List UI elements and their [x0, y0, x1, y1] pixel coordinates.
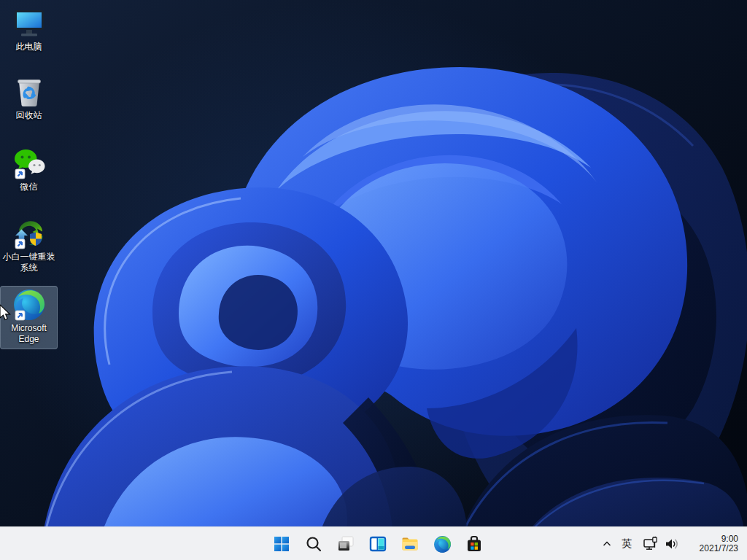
- this-pc-icon: [12, 7, 46, 40]
- wallpaper-windows11-bloom: [0, 0, 747, 560]
- edge-button[interactable]: [427, 529, 457, 559]
- shortcut-arrow-badge: [15, 169, 25, 179]
- xiaobai-reinstall-icon: [12, 217, 46, 250]
- desktop-icon-label: 小白一键重装系统: [2, 252, 56, 273]
- taskbar: 英: [0, 526, 747, 560]
- widgets-button[interactable]: [363, 529, 392, 559]
- start-button[interactable]: [267, 529, 296, 559]
- windows-desktop[interactable]: 此电脑: [0, 0, 747, 560]
- clock-time: 9:00: [721, 534, 738, 545]
- ethernet-network-icon: [643, 536, 659, 552]
- system-tray: 英: [597, 527, 747, 560]
- tray-ime-indicator[interactable]: 英: [616, 529, 637, 559]
- task-view-icon: [336, 534, 355, 553]
- desktop-icon-label: 回收站: [16, 110, 42, 121]
- desktop-icon-label: 此电脑: [16, 42, 42, 52]
- windows-start-icon: [273, 535, 290, 553]
- file-explorer-button[interactable]: [395, 529, 425, 559]
- microsoft-store-icon: [465, 534, 484, 553]
- mouse-cursor: [0, 304, 12, 322]
- taskbar-center-group: [267, 527, 489, 560]
- tray-volume-button[interactable]: [661, 529, 683, 559]
- wechat-icon: [12, 147, 46, 180]
- recycle-bin-icon: [12, 75, 46, 109]
- desktop-icon-label: 微信: [20, 182, 38, 192]
- edge-icon: [12, 288, 46, 322]
- desktop-icon-recycle-bin[interactable]: 回收站: [0, 73, 58, 121]
- tray-clock[interactable]: 9:00 2021/7/23: [683, 529, 740, 559]
- chevron-up-icon: [601, 538, 613, 550]
- desktop-icon-wechat[interactable]: 微信: [0, 144, 58, 192]
- tray-network-button[interactable]: [640, 529, 661, 559]
- shortcut-arrow-badge: [15, 239, 25, 249]
- tray-show-hidden-icons-button[interactable]: [597, 529, 616, 559]
- desktop-icon-label: Microsoft Edge: [2, 323, 56, 345]
- search-button[interactable]: [299, 529, 328, 559]
- search-icon: [305, 535, 322, 553]
- desktop-icon-this-pc[interactable]: 此电脑: [0, 4, 58, 52]
- file-explorer-icon: [400, 534, 419, 553]
- shortcut-arrow-badge: [15, 311, 25, 320]
- task-view-button[interactable]: [331, 529, 360, 559]
- microsoft-store-button[interactable]: [460, 529, 489, 559]
- edge-icon: [433, 535, 452, 553]
- desktop-icon-xiaobai-reinstall[interactable]: 小白一键重装系统: [0, 214, 58, 273]
- widgets-icon: [368, 534, 387, 553]
- ime-language-label: 英: [622, 537, 632, 551]
- speaker-icon: [664, 536, 680, 552]
- clock-date: 2021/7/23: [700, 544, 738, 554]
